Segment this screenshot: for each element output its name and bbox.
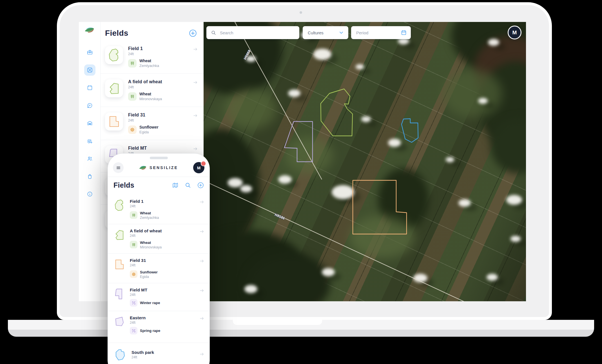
field-shape-icon: [113, 228, 126, 241]
info-icon: [87, 191, 93, 197]
map-view-button[interactable]: [172, 182, 179, 188]
field-shape-icon: [113, 258, 126, 271]
search-icon: [185, 182, 191, 188]
crop-name: Sunflower: [139, 125, 159, 129]
sidebar-item-fields-map[interactable]: [84, 64, 95, 76]
cultures-label: Cultures: [308, 30, 324, 35]
field-thumbnail: [105, 79, 123, 97]
phone-speaker: [150, 157, 168, 159]
sidebar-item-machinery[interactable]: [84, 135, 95, 147]
field-name: A field of wheat: [128, 79, 188, 84]
field-name: Field MT: [130, 287, 195, 292]
field-row[interactable]: Field 31 24ft Sunflower Egida: [101, 107, 204, 140]
fields-list: Field 1 24ft Wheat Zemlyachka A field of…: [108, 195, 209, 364]
cultures-dropdown[interactable]: Cultures: [303, 26, 348, 39]
field-shape-icon: [113, 287, 126, 300]
user-avatar[interactable]: M !: [193, 162, 204, 173]
rape-icon: [131, 300, 136, 305]
notification-badge: !: [201, 161, 206, 166]
map-field-polygon-wheat[interactable]: [321, 89, 353, 136]
add-field-button[interactable]: [197, 182, 204, 188]
sidebar-item-team[interactable]: [84, 153, 95, 164]
field-shape-icon: [107, 48, 121, 62]
field-area: 24ft: [130, 293, 195, 297]
wheat-icon: [131, 213, 136, 218]
row-arrow-icon[interactable]: [193, 113, 198, 134]
crop-variety: Mironovskaya: [140, 245, 162, 249]
chevron-down-icon: [338, 30, 344, 36]
crop-variety: Egida: [140, 275, 158, 279]
field-name: South park: [131, 350, 195, 355]
field-row[interactable]: Field 1 24ft Wheat Zemlyachka: [108, 195, 209, 224]
field-area: 24ft: [128, 118, 188, 122]
bag-icon: [87, 173, 93, 179]
field-row[interactable]: Field 31 24ft Sunflower Egida: [108, 253, 209, 283]
crop-variety: Mironovskaya: [139, 97, 162, 101]
brand: SENSILIZE: [124, 165, 193, 170]
sidebar-item-toolbox[interactable]: [84, 47, 95, 58]
field-row[interactable]: Field MT 24ft Winter rape: [108, 283, 209, 311]
sunflower-icon: [130, 127, 135, 132]
crop-name: Sunflower: [140, 270, 158, 274]
map-field-polygon-sunflower[interactable]: [353, 180, 407, 234]
calendar-icon: [401, 30, 407, 36]
map-field-polygon-south-park[interactable]: [402, 119, 418, 142]
warehouse-icon: [87, 120, 93, 126]
divider: [108, 177, 209, 177]
crop-name: Winter rape: [140, 301, 160, 305]
user-avatar[interactable]: M: [508, 26, 521, 39]
row-arrow-icon[interactable]: [193, 47, 198, 68]
field-area: 24ft: [131, 355, 195, 359]
field-name: Field 31: [128, 113, 188, 118]
row-arrow-icon[interactable]: [199, 259, 204, 279]
field-thumbnail: [105, 46, 123, 64]
sunflower-icon: [131, 272, 136, 277]
sidebar-item-market[interactable]: [84, 171, 95, 182]
sidebar-item-info[interactable]: [84, 188, 95, 200]
tractor-icon: [87, 138, 93, 144]
row-arrow-icon[interactable]: [193, 80, 198, 101]
brand-name: SENSILIZE: [150, 165, 178, 170]
add-field-button[interactable]: [189, 29, 197, 37]
crop-name: Wheat: [140, 241, 151, 245]
sidebar-rail: [79, 22, 101, 301]
sidebar-item-calendar[interactable]: [84, 82, 95, 93]
plus-icon: [197, 182, 204, 188]
crop-chip: [128, 125, 137, 134]
row-arrow-icon[interactable]: [199, 199, 204, 220]
field-name: Field 31: [130, 258, 195, 263]
field-row[interactable]: South park 24ft: [108, 343, 209, 364]
field-row[interactable]: A field of wheat 24ft Wheat Mironovskaya: [108, 224, 209, 253]
brand-logo[interactable]: [79, 26, 101, 34]
row-arrow-icon[interactable]: [199, 229, 204, 249]
search-input[interactable]: [219, 30, 295, 35]
row-arrow-icon[interactable]: [199, 316, 204, 334]
wheat-icon: [131, 242, 136, 247]
crop-chip: [128, 59, 137, 68]
crop-variety: Egida: [139, 130, 159, 134]
field-area: 24ft: [128, 52, 188, 56]
search-box[interactable]: [206, 26, 299, 39]
road-label: H9868: [243, 49, 251, 60]
field-shape-icon: [113, 347, 128, 362]
page-title: Fields: [105, 29, 128, 38]
menu-button[interactable]: [113, 162, 124, 173]
period-picker[interactable]: Period: [351, 26, 411, 39]
chat-icon: [87, 102, 93, 109]
plus-icon: [189, 29, 197, 37]
field-map-icon: [87, 67, 93, 73]
sidebar-item-messages[interactable]: [84, 100, 95, 111]
satellite-map[interactable]: H9868 H8586 Cultures Period M: [204, 22, 526, 301]
field-row[interactable]: A field of wheat 24ft Wheat Mironovskaya: [101, 73, 204, 107]
sidebar-item-warehouse[interactable]: [84, 118, 95, 129]
field-row[interactable]: Eastern 24ft Spring rape: [108, 311, 209, 339]
search-button[interactable]: [185, 182, 191, 188]
field-area: 24ft: [130, 321, 195, 325]
calendar-icon: [87, 85, 93, 91]
crop-name: Wheat: [139, 59, 159, 63]
field-area: 24ft: [130, 234, 195, 238]
crop-name: Wheat: [140, 211, 151, 215]
field-row[interactable]: Field 1 24ft Wheat Zemlyachka: [101, 41, 204, 73]
row-arrow-icon[interactable]: [199, 352, 204, 358]
row-arrow-icon[interactable]: [199, 288, 204, 307]
